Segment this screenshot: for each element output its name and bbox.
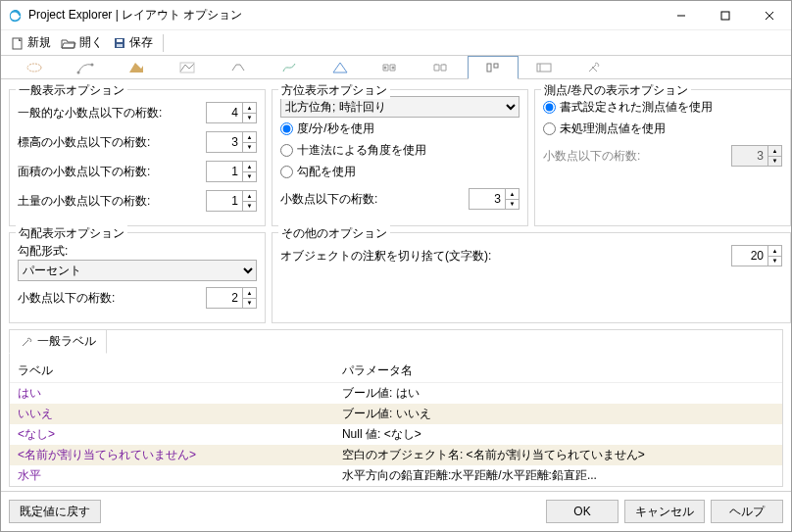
radio-raw[interactable] bbox=[543, 122, 556, 135]
grade-decimals-input[interactable] bbox=[207, 288, 242, 308]
tab-general-labels[interactable]: 一般ラベル bbox=[9, 329, 107, 354]
group-legend: その他のオプション bbox=[278, 225, 390, 242]
col-param: パラメータ名 bbox=[334, 360, 782, 383]
svg-point-8 bbox=[27, 64, 41, 72]
elevation-decimals-spin[interactable]: ▲▼ bbox=[206, 131, 257, 153]
cell-label: <なし> bbox=[10, 424, 334, 445]
radio-formatted[interactable] bbox=[543, 101, 556, 114]
tab-view[interactable] bbox=[519, 56, 569, 78]
cell-label: <名前が割り当てられていません> bbox=[10, 445, 334, 465]
radio-dms[interactable] bbox=[280, 122, 293, 135]
grade-decimals-label: 小数点以下の桁数: bbox=[18, 290, 115, 307]
titlebar: Project Explorer | レイアウト オプション bbox=[1, 1, 791, 30]
tab-pipe-combined[interactable] bbox=[366, 56, 417, 78]
app-icon bbox=[9, 9, 23, 23]
truncate-spin[interactable]: ▲▼ bbox=[731, 245, 782, 266]
tab-surface[interactable] bbox=[111, 56, 162, 78]
table-row[interactable]: <名前が割り当てられていません>空白のオブジェクト名: <名前が割り当てられてい… bbox=[10, 445, 782, 465]
group-general-display: 一般表示オプション 一般的な小数点以下の桁数: ▲▼ 標高の小数点以下の桁数: … bbox=[9, 89, 266, 226]
spin-down[interactable]: ▼ bbox=[243, 143, 256, 153]
ok-button[interactable]: OK bbox=[546, 500, 619, 523]
grade-decimals-spin[interactable]: ▲▼ bbox=[206, 287, 257, 309]
new-label: 新規 bbox=[27, 34, 51, 51]
table-row[interactable]: <なし>Null 値: <なし> bbox=[10, 424, 782, 445]
help-button[interactable]: ヘルプ bbox=[711, 500, 783, 523]
wrench-icon bbox=[20, 335, 33, 349]
group-legend: 方位表示オプション bbox=[278, 82, 390, 99]
spin-down[interactable]: ▼ bbox=[243, 202, 256, 212]
spin-up[interactable]: ▲ bbox=[243, 162, 256, 172]
reset-defaults-button[interactable]: 既定値に戻す bbox=[9, 500, 101, 523]
table-row[interactable]: 水平水平方向の鉛直距離:水平距離/水平距離:鉛直距... bbox=[10, 465, 782, 486]
tab-profile[interactable] bbox=[162, 56, 213, 78]
spin-down[interactable]: ▼ bbox=[243, 172, 256, 182]
cell-param: 水平方向の鉛直距離:水平距離/水平距離:鉛直距... bbox=[334, 465, 782, 486]
save-icon bbox=[113, 36, 126, 50]
cell-param: ブール値: いいえ bbox=[334, 404, 782, 424]
close-button[interactable] bbox=[747, 1, 791, 30]
spin-up[interactable]: ▲ bbox=[243, 103, 256, 114]
tab-section[interactable] bbox=[213, 56, 264, 78]
save-button[interactable]: 保存 bbox=[109, 32, 157, 53]
svg-point-10 bbox=[91, 64, 94, 67]
open-button[interactable]: 開く bbox=[57, 32, 107, 53]
svg-rect-15 bbox=[487, 64, 491, 72]
table-row[interactable]: はいブール値: はい bbox=[10, 383, 782, 405]
svg-rect-6 bbox=[117, 39, 123, 42]
spin-up[interactable]: ▲ bbox=[768, 246, 781, 257]
toolbar-separator bbox=[163, 34, 164, 52]
radio-grade[interactable] bbox=[280, 166, 293, 178]
new-button[interactable]: 新規 bbox=[7, 32, 55, 53]
spin-down[interactable]: ▼ bbox=[243, 299, 256, 309]
spin-down[interactable]: ▼ bbox=[768, 257, 781, 266]
group-bearing-display: 方位表示オプション 北方位角; 時計回り 度/分/秒を使用 十進法による角度を使… bbox=[272, 89, 528, 226]
spin-down[interactable]: ▼ bbox=[506, 200, 519, 210]
tab-general[interactable] bbox=[9, 56, 60, 78]
svg-rect-17 bbox=[537, 64, 551, 72]
spin-up[interactable]: ▲ bbox=[243, 191, 256, 202]
open-label: 開く bbox=[79, 34, 103, 51]
cancel-button[interactable]: キャンセル bbox=[624, 500, 705, 523]
svg-rect-7 bbox=[117, 44, 123, 47]
elevation-decimals-input[interactable] bbox=[207, 132, 242, 152]
radio-decimal-deg-label: 十進法による角度を使用 bbox=[297, 142, 426, 159]
svg-rect-1 bbox=[721, 12, 729, 20]
tab-alignment[interactable] bbox=[60, 56, 111, 78]
maximize-button[interactable] bbox=[703, 1, 747, 30]
radio-grade-label: 勾配を使用 bbox=[297, 164, 356, 180]
tab-featureline[interactable] bbox=[264, 56, 315, 78]
bearing-decimals-input[interactable] bbox=[470, 189, 505, 209]
table-row[interactable]: いいえブール値: いいえ bbox=[10, 404, 782, 424]
radio-decimal-deg[interactable] bbox=[280, 144, 293, 157]
general-decimals-spin[interactable]: ▲▼ bbox=[206, 102, 257, 123]
cell-label: いいえ bbox=[10, 404, 334, 424]
elevation-decimals-label: 標高の小数点以下の桁数: bbox=[18, 134, 150, 151]
bearing-decimals-spin[interactable]: ▲▼ bbox=[469, 188, 520, 210]
volume-decimals-input[interactable] bbox=[207, 191, 242, 211]
spin-up[interactable]: ▲ bbox=[243, 288, 256, 299]
radio-dms-label: 度/分/秒を使用 bbox=[297, 121, 374, 137]
spin-down[interactable]: ▼ bbox=[243, 114, 256, 123]
minimize-button[interactable] bbox=[659, 1, 703, 30]
spin-up: ▲ bbox=[768, 146, 781, 157]
group-legend: 一般表示オプション bbox=[16, 82, 127, 99]
window-title: Project Explorer | レイアウト オプション bbox=[28, 7, 242, 24]
tab-pipe[interactable] bbox=[417, 56, 468, 78]
area-decimals-input[interactable] bbox=[207, 162, 242, 181]
tab-layout[interactable] bbox=[468, 56, 519, 78]
cell-label: はい bbox=[10, 383, 334, 405]
spin-up[interactable]: ▲ bbox=[506, 189, 519, 200]
general-decimals-input[interactable] bbox=[207, 103, 242, 122]
group-station-tape: 測点/巻尺の表示オプション 書式設定された測点値を使用 未処理測点値を使用 小数… bbox=[534, 89, 791, 226]
area-decimals-spin[interactable]: ▲▼ bbox=[206, 161, 257, 182]
bearing-type-combo[interactable]: 北方位角; 時計回り bbox=[280, 96, 520, 118]
station-decimals-label: 小数点以下の桁数: bbox=[543, 148, 640, 165]
spin-up[interactable]: ▲ bbox=[243, 132, 256, 143]
tab-tools[interactable] bbox=[569, 56, 620, 78]
tab-corridor[interactable] bbox=[315, 56, 366, 78]
truncate-input[interactable] bbox=[732, 246, 767, 266]
volume-decimals-spin[interactable]: ▲▼ bbox=[206, 190, 257, 212]
grade-format-combo[interactable]: パーセント bbox=[18, 260, 257, 281]
group-grade-display: 勾配表示オプション 勾配形式: パーセント 小数点以下の桁数: ▲▼ bbox=[9, 232, 266, 323]
grade-format-label: 勾配形式: bbox=[18, 243, 257, 260]
